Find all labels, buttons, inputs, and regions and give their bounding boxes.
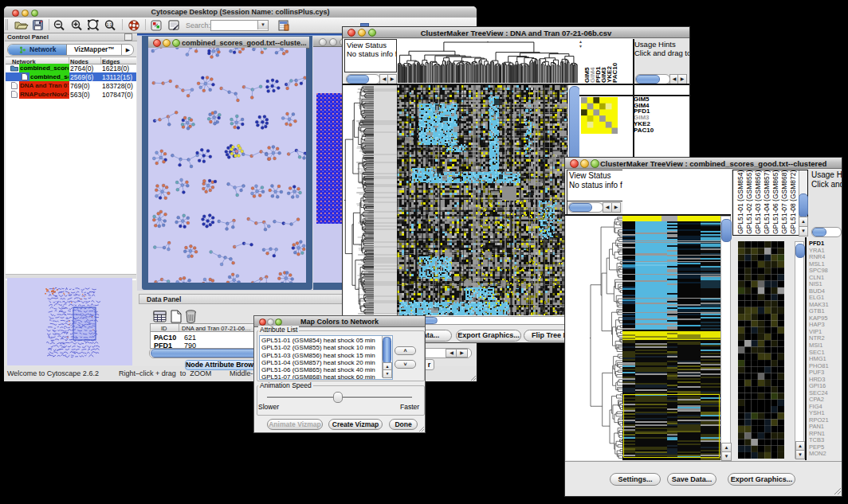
svg-text:1:1: 1:1	[107, 22, 112, 27]
